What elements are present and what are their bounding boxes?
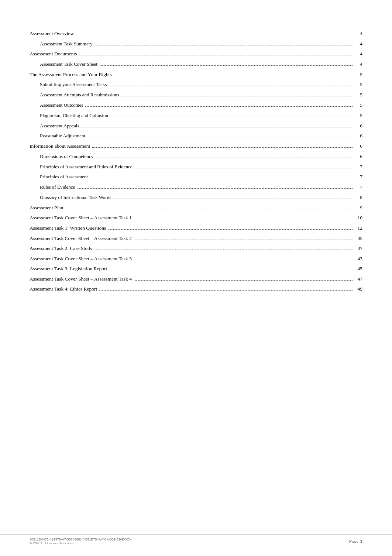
toc-entry: Assessment Task 4: Ethics Report49 (30, 285, 362, 293)
toc-entry-page: 8 (355, 193, 362, 202)
toc-dots (95, 45, 353, 45)
footer-doc-id: 30511D4471-414379-A7-35236001Y-C91E704A-… (30, 538, 131, 541)
toc-entry: Assessment Documents4 (30, 50, 362, 58)
toc-entry-page: 7 (355, 183, 362, 191)
toc-container: Assessment Overview4Assessment Task Summ… (30, 30, 362, 293)
toc-entry-title: Assessment Task Cover Sheet (40, 61, 97, 68)
footer: 30511D4471-414379-A7-35236001Y-C91E704A-… (0, 534, 392, 545)
toc-entry-title: Submitting your Assessment Tasks (40, 81, 107, 89)
toc-entry-page: 7 (355, 163, 362, 171)
toc-dots (109, 270, 353, 270)
toc-entry-page: 5 (355, 80, 362, 89)
toc-dots (113, 199, 353, 199)
toc-entry-page: 37 (355, 244, 362, 253)
footer-left: 30511D4471-414379-A7-35236001Y-C91E704A-… (30, 538, 131, 545)
toc-entry-title: Reasonable Adjustment (40, 132, 85, 140)
toc-dots (100, 65, 353, 66)
toc-entry: The Assessment Process and Your Rights5 (30, 71, 362, 79)
toc-entry-page: 49 (355, 285, 362, 293)
toc-dots (77, 188, 353, 189)
toc-entry-page: 5 (355, 101, 362, 109)
toc-entry-title: Assessment Outcomes (40, 102, 83, 109)
toc-entry-page: 4 (355, 40, 362, 48)
toc-entry-title: Glossary of Instructional Task Words (40, 194, 111, 202)
toc-entry: Assessment Task Cover Sheet4 (30, 60, 362, 68)
toc-entry-page: 10 (355, 214, 362, 222)
toc-dots (65, 209, 353, 209)
toc-dots (96, 158, 353, 158)
toc-entry-title: Information about Assessment (30, 142, 90, 150)
toc-entry: Assessment Task Cover Sheet – Assessment… (30, 275, 362, 283)
toc-entry-page: 4 (355, 60, 362, 68)
toc-entry-page: 6 (355, 122, 362, 130)
toc-entry-title: Assessment Task Cover Sheet – Assessment… (30, 234, 132, 243)
toc-entry: Principles of Assessment7 (30, 173, 362, 181)
toc-entry-title: Dimensions of Competency (40, 153, 93, 161)
toc-entry: Reasonable Adjustment6 (30, 132, 362, 140)
toc-entry: Assessment Task 2: Case Study37 (30, 244, 362, 253)
toc-entry-title: The Assessment Process and Your Rights (30, 71, 112, 79)
toc-entry-page: 4 (355, 50, 362, 58)
toc-dots (90, 178, 353, 178)
toc-entry-title: Principles of Assessment and Rules of Ev… (40, 163, 133, 171)
toc-entry: Assessment Task 1: Written Questions12 (30, 224, 362, 232)
toc-entry: Assessment Task 3: Legislation Report45 (30, 265, 362, 273)
toc-dots (134, 240, 353, 240)
toc-entry-title: Principles of Assessment (40, 173, 88, 181)
toc-dots (110, 117, 353, 117)
toc-entry-title: Assessment Appeals (40, 122, 79, 130)
toc-entry-title: Assessment Task 4: Ethics Report (30, 285, 97, 293)
toc-entry: Assessment Appeals6 (30, 122, 362, 130)
toc-entry-page: 43 (355, 255, 362, 263)
toc-entry: Glossary of Instructional Task Words8 (30, 193, 362, 202)
toc-dots (108, 229, 353, 230)
toc-entry-title: Assessment Documents (30, 50, 77, 58)
toc-dots (79, 55, 353, 55)
toc-entry: Assessment Task Cover Sheet – Assessment… (30, 255, 362, 263)
toc-entry: Assessment Plan9 (30, 204, 362, 212)
toc-entry-title: Assessment Task 2: Case Study (30, 244, 93, 253)
toc-dots (109, 86, 353, 86)
toc-entry-title: Assessment Attempts and Resubmissions (40, 91, 119, 99)
toc-entry-page: 7 (355, 173, 362, 181)
toc-entry: Assessment Task Cover Sheet – Assessment… (30, 214, 362, 222)
footer-page-number: Page 3 (349, 539, 362, 543)
toc-dots (87, 137, 353, 137)
toc-entry: Rules of Evidence7 (30, 183, 362, 191)
toc-dots (135, 168, 353, 168)
toc-dots (134, 260, 353, 260)
toc-entry-title: Assessment Plan (30, 204, 63, 212)
toc-entry-page: 5 (355, 111, 362, 120)
toc-entry: Submitting your Assessment Tasks5 (30, 80, 362, 89)
toc-entry: Principles of Assessment and Rules of Ev… (30, 163, 362, 171)
toc-dots (121, 96, 353, 96)
toc-entry-title: Assessment Task 1: Written Questions (30, 224, 106, 232)
toc-entry-page: 9 (355, 204, 362, 212)
toc-entry-title: Rules of Evidence (40, 183, 75, 191)
toc-entry-title: Assessment Task 3: Legislation Report (30, 265, 107, 273)
toc-entry: Dimensions of Competency6 (30, 152, 362, 161)
toc-entry-page: 6 (355, 142, 362, 150)
footer-copyright: © 2020 E. Duworks Resources (30, 541, 73, 545)
toc-entry-title: Assessment Task Cover Sheet – Assessment… (30, 255, 132, 263)
toc-dots (134, 280, 353, 281)
toc-entry: Assessment Overview4 (30, 30, 362, 38)
page: Assessment Overview4Assessment Task Summ… (0, 0, 392, 556)
toc-entry: Plagiarism, Cheating and Collusion5 (30, 111, 362, 120)
toc-dots (95, 250, 353, 250)
toc-dots (85, 106, 353, 107)
toc-entry-page: 4 (355, 30, 362, 38)
toc-dots (134, 219, 353, 219)
toc-entry-page: 35 (355, 234, 362, 243)
toc-entry-title: Assessment Task Cover Sheet – Assessment… (30, 275, 132, 283)
toc-dots (76, 35, 353, 35)
toc-entry-page: 47 (355, 275, 362, 283)
toc-entry: Assessment Attempts and Resubmissions5 (30, 91, 362, 99)
toc-entry: Assessment Task Cover Sheet – Assessment… (30, 234, 362, 243)
toc-entry-page: 12 (355, 224, 362, 232)
toc-entry-page: 5 (355, 91, 362, 99)
toc-entry-page: 5 (355, 71, 362, 79)
toc-dots (114, 76, 353, 76)
toc-dots (82, 127, 353, 127)
toc-dots (92, 147, 353, 148)
